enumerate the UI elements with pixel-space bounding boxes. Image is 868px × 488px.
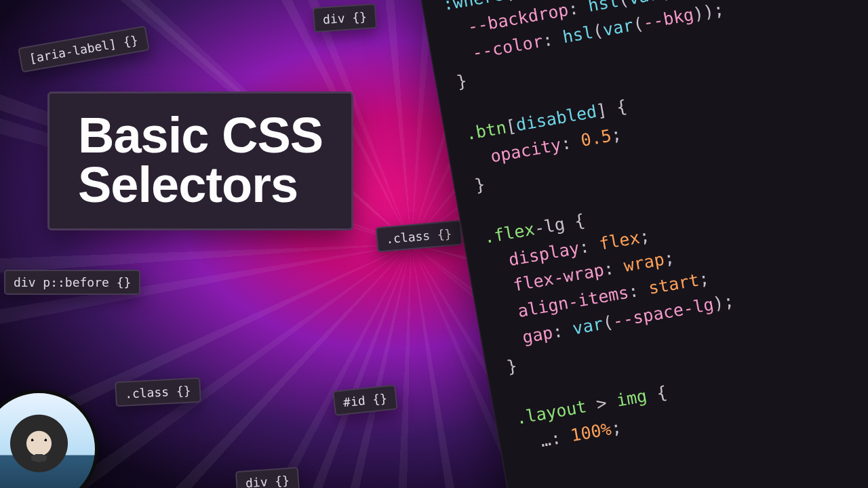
title-line-2: Selectors	[78, 157, 298, 213]
selector-chip: div p::before {}	[4, 270, 140, 295]
selector-chip: .class {}	[115, 378, 201, 407]
title-heading: Basic CSS Selectors	[78, 111, 323, 209]
title-card: Basic CSS Selectors	[47, 92, 353, 230]
selector-chip: div {}	[235, 467, 300, 488]
selector-chip: div {}	[313, 3, 377, 33]
title-line-1: Basic CSS	[78, 107, 323, 163]
